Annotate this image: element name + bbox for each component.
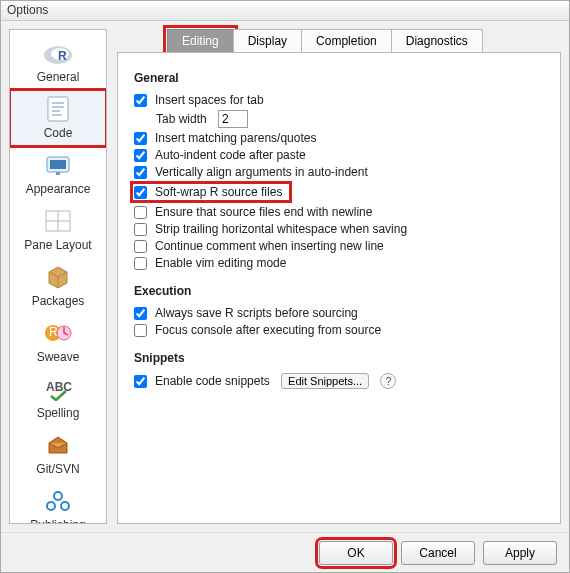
options-dialog: Options R General Code Appearance: [0, 0, 570, 573]
sidebar-item-code[interactable]: Code: [10, 90, 106, 146]
tab-width-input[interactable]: [218, 110, 248, 128]
tab-completion[interactable]: Completion: [301, 29, 392, 53]
spelling-icon: ABC: [41, 374, 75, 404]
dialog-footer: OK Cancel Apply: [1, 532, 569, 572]
svg-rect-9: [50, 160, 66, 169]
ok-button[interactable]: OK: [319, 541, 393, 565]
sidebar-item-label: Packages: [32, 294, 85, 308]
tab-width-label: Tab width: [156, 112, 207, 126]
section-general-title: General: [134, 71, 544, 85]
svg-point-18: [54, 492, 62, 500]
vim-mode-label: Enable vim editing mode: [155, 256, 286, 270]
sidebar-item-label: Spelling: [37, 406, 80, 420]
continue-comment-label: Continue comment when inserting new line: [155, 239, 384, 253]
enable-snippets-label: Enable code snippets: [155, 374, 270, 388]
matching-parens-checkbox[interactable]: [134, 132, 147, 145]
autoindent-checkbox[interactable]: [134, 149, 147, 162]
matching-parens-label: Insert matching parens/quotes: [155, 131, 316, 145]
sidebar-item-packages[interactable]: Packages: [10, 258, 106, 314]
tab-content: General Insert spaces for tab Tab width …: [117, 52, 561, 524]
valign-checkbox[interactable]: [134, 166, 147, 179]
code-file-icon: [41, 94, 75, 124]
tab-diagnostics[interactable]: Diagnostics: [391, 29, 483, 53]
appearance-icon: [41, 150, 75, 180]
focus-console-checkbox[interactable]: [134, 324, 147, 337]
category-sidebar: R General Code Appearance Pane: [9, 29, 107, 524]
section-snippets-title: Snippets: [134, 351, 544, 365]
section-execution-title: Execution: [134, 284, 544, 298]
cancel-button[interactable]: Cancel: [401, 541, 475, 565]
tab-display[interactable]: Display: [233, 29, 302, 53]
sidebar-item-spelling[interactable]: ABC Spelling: [10, 370, 106, 426]
always-save-label: Always save R scripts before sourcing: [155, 306, 358, 320]
tabbar: Editing Display Completion Diagnostics: [167, 29, 561, 53]
sidebar-item-label: Code: [44, 126, 73, 140]
strip-ws-label: Strip trailing horizontal whitespace whe…: [155, 222, 407, 236]
sweave-icon: Rnw: [41, 318, 75, 348]
git-box-icon: [41, 430, 75, 460]
insert-spaces-checkbox[interactable]: [134, 94, 147, 107]
continue-comment-checkbox[interactable]: [134, 240, 147, 253]
r-logo-icon: R: [41, 38, 75, 68]
newline-label: Ensure that source files end with newlin…: [155, 205, 372, 219]
sidebar-item-gitsvn[interactable]: Git/SVN: [10, 426, 106, 482]
vim-mode-checkbox[interactable]: [134, 257, 147, 270]
enable-snippets-checkbox[interactable]: [134, 375, 147, 388]
main-panel: Editing Display Completion Diagnostics G…: [117, 29, 561, 524]
insert-spaces-label: Insert spaces for tab: [155, 93, 264, 107]
svg-text:ABC: ABC: [46, 380, 72, 394]
svg-rect-3: [48, 97, 68, 121]
svg-point-20: [61, 502, 69, 510]
apply-button[interactable]: Apply: [483, 541, 557, 565]
package-icon: [41, 262, 75, 292]
newline-checkbox[interactable]: [134, 206, 147, 219]
window-title: Options: [1, 1, 569, 21]
sidebar-item-label: Git/SVN: [36, 462, 79, 476]
softwrap-checkbox[interactable]: [134, 186, 147, 199]
sidebar-item-label: Sweave: [37, 350, 80, 364]
pane-layout-icon: [41, 206, 75, 236]
autoindent-label: Auto-indent code after paste: [155, 148, 306, 162]
sidebar-item-general[interactable]: R General: [10, 34, 106, 90]
sidebar-item-pane-layout[interactable]: Pane Layout: [10, 202, 106, 258]
publishing-icon: [41, 486, 75, 516]
always-save-checkbox[interactable]: [134, 307, 147, 320]
sidebar-item-publishing[interactable]: Publishing: [10, 482, 106, 524]
valign-label: Vertically align arguments in auto-inden…: [155, 165, 368, 179]
svg-point-19: [47, 502, 55, 510]
tab-editing[interactable]: Editing: [167, 29, 234, 53]
softwrap-label: Soft-wrap R source files: [155, 185, 282, 199]
sidebar-item-label: General: [37, 70, 80, 84]
svg-text:R: R: [58, 49, 67, 63]
focus-console-label: Focus console after executing from sourc…: [155, 323, 381, 337]
svg-rect-10: [56, 172, 60, 175]
sidebar-item-label: Pane Layout: [24, 238, 91, 252]
sidebar-item-label: Appearance: [26, 182, 91, 196]
sidebar-item-sweave[interactable]: Rnw Sweave: [10, 314, 106, 370]
strip-ws-checkbox[interactable]: [134, 223, 147, 236]
sidebar-item-appearance[interactable]: Appearance: [10, 146, 106, 202]
dialog-body: R General Code Appearance Pane: [1, 21, 569, 532]
sidebar-item-label: Publishing: [30, 518, 85, 524]
edit-snippets-button[interactable]: Edit Snippets...: [281, 373, 369, 389]
help-icon[interactable]: ?: [380, 373, 396, 389]
